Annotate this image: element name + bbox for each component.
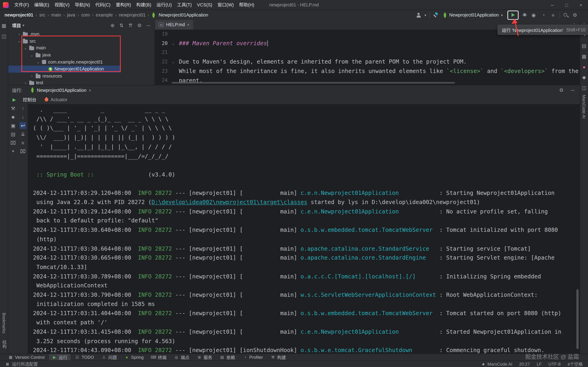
scroll-to-end-icon[interactable]: ⇊: [19, 131, 26, 137]
marscode-ai-toolwindow-button[interactable]: MarsCode AI: [582, 95, 586, 119]
toolwindow-button-运行[interactable]: ▶运行: [49, 354, 70, 360]
thread-dump-icon[interactable]: ▣: [10, 122, 16, 129]
fold-marker-icon[interactable]: ⌄: [168, 39, 179, 48]
tree-item-src[interactable]: ⌄src: [8, 38, 154, 44]
database-icon[interactable]: ▦: [581, 53, 587, 59]
status-widget[interactable]: UTF-8: [548, 362, 561, 366]
menu-item[interactable]: 视图(V): [52, 0, 72, 10]
project-icon[interactable]: ▦: [0, 22, 7, 29]
toolwindow-button-结构[interactable]: 结构: [1, 340, 7, 348]
scroll-to-top-icon[interactable]: ↑: [19, 105, 26, 112]
scroll-to-bottom-icon[interactable]: ↓: [19, 114, 26, 120]
editor-line[interactable]: 23While most of the inheritance is fine,…: [155, 67, 580, 76]
tree-item-.mvn[interactable]: ›.mvn: [8, 31, 154, 38]
close-tab-icon[interactable]: ×: [187, 23, 190, 27]
plugins-icon[interactable]: ◫: [581, 84, 587, 91]
tree-item-main[interactable]: ⌄main: [8, 45, 154, 52]
breadcrumb-item[interactable]: newproject01: [119, 12, 146, 18]
pin-icon[interactable]: ⌖: [10, 148, 16, 155]
hide-panel-icon[interactable]: ─: [569, 86, 576, 93]
toolwindow-button-问题[interactable]: ⚠问题: [99, 354, 120, 360]
menu-item[interactable]: 工具(T): [174, 0, 194, 10]
console-tab-Actuator[interactable]: Actuator: [41, 95, 71, 104]
editor-line[interactable]: 24parent.: [155, 76, 580, 85]
toolwindow-button-端点[interactable]: ◎端点: [171, 354, 192, 360]
status-widget[interactable]: ◆MarsCode AI: [481, 362, 512, 366]
stop-icon[interactable]: ■: [10, 114, 16, 120]
editor-line[interactable]: 22⌄Due to Maven's design, elements are i…: [155, 57, 580, 67]
stop-icon[interactable]: ■: [550, 12, 556, 18]
collapse-all-icon[interactable]: ⇈: [127, 22, 134, 28]
menu-item[interactable]: 运行(U): [154, 0, 174, 10]
run-config-tab[interactable]: Newproject01Application ×: [31, 87, 91, 93]
maximize-button[interactable]: □: [560, 0, 574, 10]
console-vertical-scrollbar[interactable]: [576, 289, 579, 349]
editor-content[interactable]: 1920⌄### Maven Parent overrides2122⌄Due …: [155, 30, 580, 85]
rerun-icon[interactable]: ▶: [10, 97, 18, 102]
options-icon[interactable]: ⚙: [136, 22, 143, 28]
close-button[interactable]: ×: [574, 0, 588, 10]
toolwindow-button-终端[interactable]: ⌨终端: [148, 354, 169, 360]
editor-line[interactable]: 20⌄### Maven Parent overrides: [155, 39, 580, 48]
status-widget[interactable]: 4个空格: [567, 361, 583, 367]
locate-file-icon[interactable]: ⊕: [109, 22, 116, 28]
breadcrumb-item[interactable]: main: [51, 12, 61, 18]
toolwindow-button-Spring[interactable]: ●Spring: [121, 354, 147, 360]
menu-item[interactable]: VCS(S): [194, 0, 215, 10]
menu-item[interactable]: 重构(R): [113, 0, 133, 10]
user-icon[interactable]: [416, 12, 421, 18]
breadcrumb-item[interactable]: example: [96, 12, 113, 18]
minimize-button[interactable]: ─: [545, 0, 560, 10]
chevron-down-icon[interactable]: ▾: [23, 23, 24, 27]
toolwindow-button-TODO[interactable]: ☑TODO: [72, 354, 97, 360]
close-tab-icon[interactable]: ×: [89, 88, 91, 92]
app-logo-icon[interactable]: [3, 2, 9, 8]
clear-icon[interactable]: ⌧: [10, 139, 16, 146]
status-widget[interactable]: 20:27: [519, 362, 530, 366]
console-tab-控制台[interactable]: 控制台: [19, 95, 40, 104]
user-dropdown-caret-icon[interactable]: ▾: [424, 13, 426, 17]
profiler-icon[interactable]: ◔: [540, 12, 547, 18]
build-tool-icon[interactable]: ▤: [581, 42, 587, 49]
menu-item[interactable]: 窗口(W): [215, 0, 236, 10]
menu-item[interactable]: 构建(B): [134, 0, 154, 10]
breadcrumb-item[interactable]: com: [81, 12, 90, 18]
soft-wrap-icon[interactable]: ↩: [19, 122, 26, 129]
breadcrumb-class[interactable]: Newproject01Application: [159, 12, 208, 18]
menu-item[interactable]: 帮助(H): [236, 0, 257, 10]
fold-marker-icon[interactable]: ⌄: [168, 57, 179, 67]
build-hammer-icon[interactable]: [433, 12, 438, 18]
toolwindow-button-依赖[interactable]: ▤依赖: [217, 354, 238, 360]
toolwindow-button-Profiler[interactable]: ◔Profiler: [240, 354, 266, 360]
menu-item[interactable]: 代码(C): [93, 0, 113, 10]
marscode-icon[interactable]: ●: [581, 63, 587, 70]
search-icon[interactable]: [563, 12, 569, 18]
toolwindow-button-服务[interactable]: ⊞服务: [194, 354, 215, 360]
run-configuration-combo[interactable]: Newproject01Application ▾: [441, 12, 504, 18]
tree-item-test[interactable]: ›test: [8, 79, 154, 85]
breadcrumb-item[interactable]: src: [39, 12, 45, 18]
edit-run-config-icon[interactable]: ⚒: [10, 105, 16, 112]
maven-icon[interactable]: ◆: [581, 74, 587, 81]
restore-layout-icon[interactable]: ▤: [10, 131, 16, 137]
toolwindow-button-构建[interactable]: ⚒构建: [268, 354, 289, 360]
breadcrumb-item[interactable]: java: [67, 12, 75, 18]
editor-line[interactable]: 21: [155, 48, 580, 57]
expand-all-icon[interactable]: ⇅: [118, 22, 125, 28]
toolwindow-button-Bookmarks[interactable]: Bookmarks: [2, 313, 6, 334]
print-icon[interactable]: ≡: [19, 139, 26, 146]
commit-icon[interactable]: ◫: [0, 33, 7, 39]
console-file-link[interactable]: D:\develop\idea002\newproject01\target\c…: [151, 199, 307, 206]
debug-icon[interactable]: [522, 12, 527, 18]
tree-item-com.example.newproject01[interactable]: ⌄com.example.newproject01: [8, 58, 154, 65]
project-view-selector[interactable]: 项目: [12, 22, 21, 28]
hide-panel-icon[interactable]: ─: [145, 22, 152, 28]
settings-icon[interactable]: ⚙: [558, 86, 565, 93]
menu-item[interactable]: 文件(F): [12, 0, 32, 10]
tree-item-resources[interactable]: ›resources: [8, 73, 154, 79]
menu-item[interactable]: 编辑(E): [32, 0, 52, 10]
menu-item[interactable]: 导航(N): [72, 0, 93, 10]
breadcrumb-project[interactable]: newproject01: [5, 12, 33, 18]
clear-all-icon[interactable]: ⌧: [19, 148, 26, 155]
run-button[interactable]: [507, 10, 519, 20]
